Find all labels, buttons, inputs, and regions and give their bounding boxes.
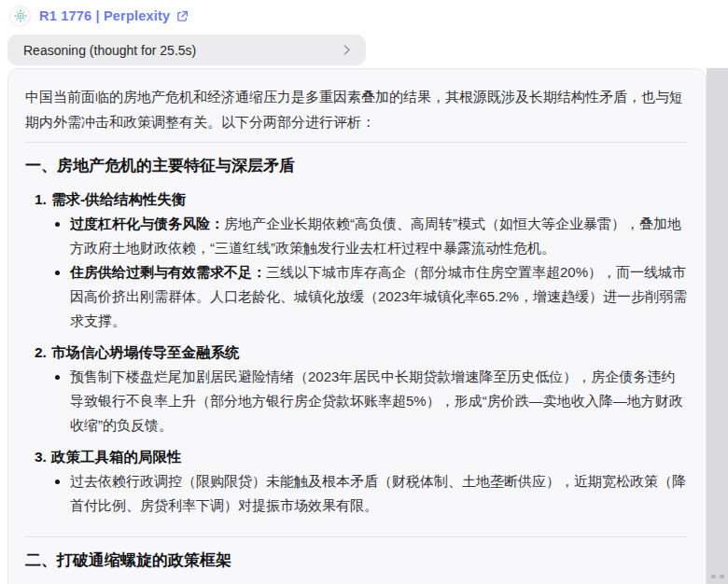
bullet-item: 过度杠杆化与债务风险：房地产企业长期依赖“高负债、高周转”模式（如恒大等企业暴雷… — [70, 212, 687, 260]
bullet-list: 预售制下楼盘烂尾加剧居民避险情绪（2023年居民中长期贷款增速降至历史低位），房… — [35, 365, 687, 438]
model-header: R1 1776 | Perplexity — [9, 5, 189, 27]
bullet-lead: 住房供给过剩与有效需求不足： — [70, 264, 266, 280]
response-card: 中国当前面临的房地产危机和经济通缩压力是多重因素叠加的结果，其根源既涉及长期结构… — [7, 68, 707, 584]
list-item-heading: 市场信心坍塌传导至金融系统 — [51, 341, 240, 365]
model-name-link[interactable]: R1 1776 | Perplexity — [39, 8, 189, 23]
scrollbar-grip-mark — [711, 575, 716, 578]
list-item-title: 3. 政策工具箱的局限性 — [35, 445, 687, 469]
list-item-title: 2. 市场信心坍塌传导至金融系统 — [35, 341, 687, 365]
reasoning-label: Reasoning (thought for 25.5s) — [23, 43, 196, 58]
bullet-text: 过去依赖行政调控（限购限贷）未能触及根本矛盾（财税体制、土地垄断供应），近期宽松… — [70, 473, 686, 513]
external-link-icon[interactable] — [176, 10, 189, 22]
model-avatar — [9, 6, 31, 27]
numbered-list: 1. 需求-供给结构性失衡 过度杠杆化与债务风险：房地产企业长期依赖“高负债、高… — [25, 188, 687, 518]
reasoning-accordion[interactable]: Reasoning (thought for 25.5s) — [7, 35, 366, 65]
intro-paragraph: 中国当前面临的房地产危机和经济通缩压力是多重因素叠加的结果，其根源既涉及长期结构… — [25, 84, 687, 134]
list-item-heading: 需求-供给结构性失衡 — [51, 188, 187, 212]
scrollbar-grip-mark — [720, 575, 724, 578]
list-item-number: 1. — [35, 188, 47, 212]
divider — [25, 536, 687, 537]
bullet-text: 预售制下楼盘烂尾加剧居民避险情绪（2023年居民中长期贷款增速降至历史低位），房… — [70, 368, 683, 433]
response-content: 中国当前面临的房地产危机和经济通缩压力是多重因素叠加的结果，其根源既涉及长期结构… — [8, 69, 706, 573]
section1-title: 一、房地产危机的主要特征与深层矛盾 — [25, 154, 687, 178]
bullet-list: 过去依赖行政调控（限购限贷）未能触及根本矛盾（财税体制、土地垄断供应），近期宽松… — [35, 469, 687, 518]
list-item-heading: 政策工具箱的局限性 — [51, 445, 182, 469]
bullet-list: 过度杠杆化与债务风险：房地产企业长期依赖“高负债、高周转”模式（如恒大等企业暴雷… — [35, 212, 687, 333]
bullet-item: 预售制下楼盘烂尾加剧居民避险情绪（2023年居民中长期贷款增速降至历史低位），房… — [70, 365, 687, 438]
model-name-label: R1 1776 | Perplexity — [39, 8, 170, 23]
bullet-item: 住房供给过剩与有效需求不足：三线以下城市库存高企（部分城市住房空置率超20%），… — [70, 260, 687, 333]
chevron-right-icon — [341, 44, 353, 56]
divider — [25, 142, 687, 143]
list-item-number: 3. — [35, 445, 47, 469]
section2-title: 二、打破通缩螺旋的政策框架 — [25, 549, 687, 573]
scrollbar[interactable] — [707, 68, 728, 584]
list-item: 3. 政策工具箱的局限性 过去依赖行政调控（限购限贷）未能触及根本矛盾（财税体制… — [35, 445, 687, 518]
list-item: 2. 市场信心坍塌传导至金融系统 预售制下楼盘烂尾加剧居民避险情绪（2023年居… — [35, 341, 687, 438]
list-item-title: 1. 需求-供给结构性失衡 — [35, 188, 687, 212]
list-item: 1. 需求-供给结构性失衡 过度杠杆化与债务风险：房地产企业长期依赖“高负债、高… — [35, 188, 687, 333]
list-item-number: 2. — [35, 341, 47, 365]
bullet-lead: 过度杠杆化与债务风险： — [70, 216, 224, 231]
model-avatar-mandala-icon — [13, 8, 28, 23]
bullet-item: 过去依赖行政调控（限购限贷）未能触及根本矛盾（财税体制、土地垄断供应），近期宽松… — [70, 469, 687, 518]
